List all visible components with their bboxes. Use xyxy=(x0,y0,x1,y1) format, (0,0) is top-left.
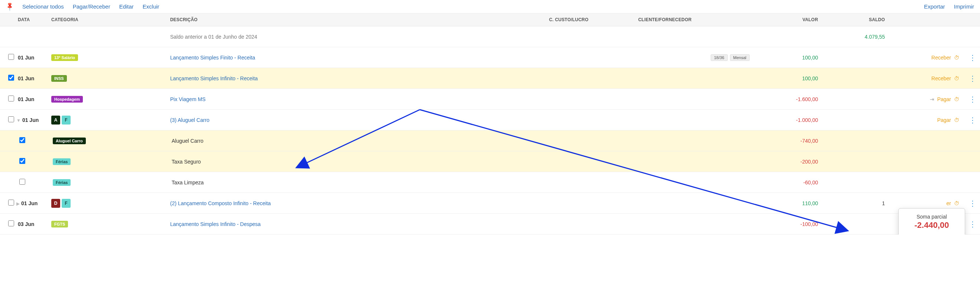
partial-sum-popup: Soma parcial -2.440,00 Selecionar marcad… xyxy=(898,208,965,235)
export-link[interactable]: Exportar xyxy=(924,3,945,10)
row-description[interactable]: Lançamento Simples Finito - Receita xyxy=(170,55,255,61)
row-menu-icon[interactable]: ⋮ xyxy=(969,220,976,228)
row-menu-icon[interactable]: ⋮ xyxy=(969,74,976,83)
transactions-table: DATA CATEGORIA DESCRIÇÃO C. CUSTO/LUCRO … xyxy=(0,13,980,235)
row-date: 01 Jun xyxy=(22,117,39,123)
row-description[interactable]: Lançamento Simples Infinito - Receita xyxy=(170,75,258,81)
delete-link[interactable]: Excluir xyxy=(143,3,159,10)
clock-icon: ⏱ xyxy=(954,55,959,61)
row-checkbox[interactable] xyxy=(19,158,25,164)
category-square-a: A xyxy=(51,116,60,125)
previous-balance-row: Saldo anterior a 01 de Junho de 2024 4.0… xyxy=(0,26,980,47)
clock-icon: ⏱ xyxy=(954,75,959,81)
table-subrow[interactable]: FériasTaxa Limpeza-60,00 xyxy=(0,172,980,193)
table-row[interactable]: 01 JunHospedagemPix Viagem MS-1.600,00⇥P… xyxy=(0,89,980,110)
category-square-d: D xyxy=(51,199,60,208)
row-checkbox[interactable] xyxy=(8,200,14,206)
row-menu-icon[interactable]: ⋮ xyxy=(969,116,976,124)
row-menu-icon[interactable]: ⋮ xyxy=(969,199,976,208)
toolbar-left: 📌 Selecionar todos Pagar/Receber Editar … xyxy=(6,3,159,10)
category-tag: Hospedagem xyxy=(51,96,83,102)
recurrence-badge: Mensal xyxy=(730,54,750,61)
row-checkbox[interactable] xyxy=(8,220,14,226)
table-row[interactable]: 01 Jun13º SalárioLançamento Simples Fini… xyxy=(0,47,980,68)
row-checkbox[interactable] xyxy=(8,54,14,60)
category-tag: 13º Salário xyxy=(51,54,78,61)
print-link[interactable]: Imprimir xyxy=(954,3,974,10)
category-tag: Aluguel Carro xyxy=(53,137,86,144)
row-action[interactable]: Receber xyxy=(931,55,951,61)
row-checkbox[interactable] xyxy=(19,179,25,185)
category-square-f: F xyxy=(62,199,71,208)
previous-balance-label: Saldo anterior a 01 de Junho de 2024 xyxy=(170,34,549,40)
clock-icon: ⏱ xyxy=(954,200,959,206)
row-value: -740,00 xyxy=(750,138,824,144)
chevron-right-icon[interactable]: ▶ xyxy=(16,201,20,206)
category-tag: INSS xyxy=(51,75,67,82)
arrow-in-icon: ⇥ xyxy=(930,96,934,102)
table-row[interactable]: ▼01 JunAF(3) Aluguel Carro-1.000,00Pagar… xyxy=(0,110,980,131)
select-all-link[interactable]: Selecionar todos xyxy=(22,3,64,10)
col-header-date: DATA xyxy=(18,17,51,22)
row-value: 100,00 xyxy=(750,75,824,81)
category-tag: Férias xyxy=(53,179,71,186)
row-date: 01 Jun xyxy=(18,75,34,81)
chevron-down-icon[interactable]: ▼ xyxy=(16,118,21,123)
row-description: Taxa Limpeza xyxy=(172,180,204,185)
row-date: 01 Jun xyxy=(18,55,34,61)
previous-balance-value: 4.079,55 xyxy=(824,34,891,40)
category-tag: Férias xyxy=(53,158,71,165)
row-menu-icon[interactable]: ⋮ xyxy=(969,54,976,62)
col-header-balance: SALDO xyxy=(824,17,891,22)
row-action[interactable]: Receber xyxy=(931,75,951,81)
pay-receive-link[interactable]: Pagar/Receber xyxy=(73,3,110,10)
table-subrow[interactable]: FériasTaxa Seguro-200,00 xyxy=(0,151,980,172)
row-date: 03 Jun xyxy=(18,221,34,227)
row-description: Aluguel Carro xyxy=(172,138,204,144)
row-value: -1.600,00 xyxy=(750,96,824,102)
select-marked-link[interactable]: Selecionar marcados xyxy=(907,234,956,235)
row-action[interactable]: Pagar xyxy=(937,117,951,123)
row-description[interactable]: Lançamento Simples Infinito - Despesa xyxy=(170,221,261,227)
row-menu-icon[interactable]: ⋮ xyxy=(969,95,976,103)
row-value: -200,00 xyxy=(750,159,824,164)
row-description[interactable]: Pix Viagem MS xyxy=(170,96,205,102)
row-date: 01 Jun xyxy=(18,96,34,102)
row-action[interactable]: Pagar xyxy=(937,96,951,102)
row-checkbox[interactable] xyxy=(19,137,25,143)
row-value: -60,00 xyxy=(750,180,824,185)
pin-icon[interactable]: 📌 xyxy=(5,2,15,12)
table-row[interactable]: 01 JunINSSLançamento Simples Infinito - … xyxy=(0,68,980,89)
recurrence-badge: 18/36 xyxy=(711,54,728,61)
col-header-value: VALOR xyxy=(750,17,824,22)
category-square-f: F xyxy=(62,116,71,125)
col-header-category: CATEGORIA xyxy=(51,17,170,22)
table-row[interactable]: ▶01 JunDF(2) Lançamento Composto Infinit… xyxy=(0,193,980,214)
partial-sum-label: Soma parcial xyxy=(907,214,956,220)
row-value: 100,00 xyxy=(750,55,824,61)
col-header-client-supplier: CLIENTE/FORNECEDOR xyxy=(638,17,750,22)
table-subrow[interactable]: Aluguel CarroAluguel Carro-740,00 xyxy=(0,131,980,151)
edit-link[interactable]: Editar xyxy=(119,3,134,10)
partial-sum-value: -2.440,00 xyxy=(907,220,956,230)
row-description[interactable]: (3) Aluguel Carro xyxy=(170,117,210,123)
table-row[interactable]: 03 JunFGTSLançamento Simples Infinito - … xyxy=(0,214,980,235)
row-date: 01 Jun xyxy=(21,200,38,206)
row-value: -100,00 xyxy=(750,221,824,227)
row-action[interactable]: er xyxy=(947,200,951,206)
row-description: Taxa Seguro xyxy=(172,159,201,164)
row-value: 110,00 xyxy=(750,200,824,206)
toolbar-right: Exportar Imprimir xyxy=(924,3,974,10)
clock-icon: ⏱ xyxy=(954,96,959,102)
row-description[interactable]: (2) Lançamento Composto Infinito - Recei… xyxy=(170,200,271,206)
category-tag: FGTS xyxy=(51,221,68,227)
toolbar: 📌 Selecionar todos Pagar/Receber Editar … xyxy=(0,0,980,13)
col-header-cost-center: C. CUSTO/LUCRO xyxy=(549,17,638,22)
col-header-description: DESCRIÇÃO xyxy=(170,17,549,22)
row-checkbox[interactable] xyxy=(8,96,14,101)
table-header: DATA CATEGORIA DESCRIÇÃO C. CUSTO/LUCRO … xyxy=(0,13,980,26)
row-value: -1.000,00 xyxy=(750,117,824,123)
row-checkbox[interactable] xyxy=(8,75,14,81)
clock-icon: ⏱ xyxy=(954,117,959,123)
row-checkbox[interactable] xyxy=(8,117,14,122)
